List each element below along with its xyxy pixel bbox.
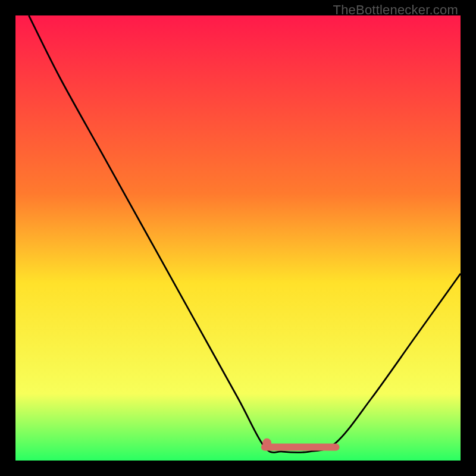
chart-svg [15,15,461,461]
marker-dot [263,439,271,447]
watermark-text: TheBottlenecker.com [333,2,458,18]
gradient-background [15,15,461,461]
chart-frame [15,15,461,461]
